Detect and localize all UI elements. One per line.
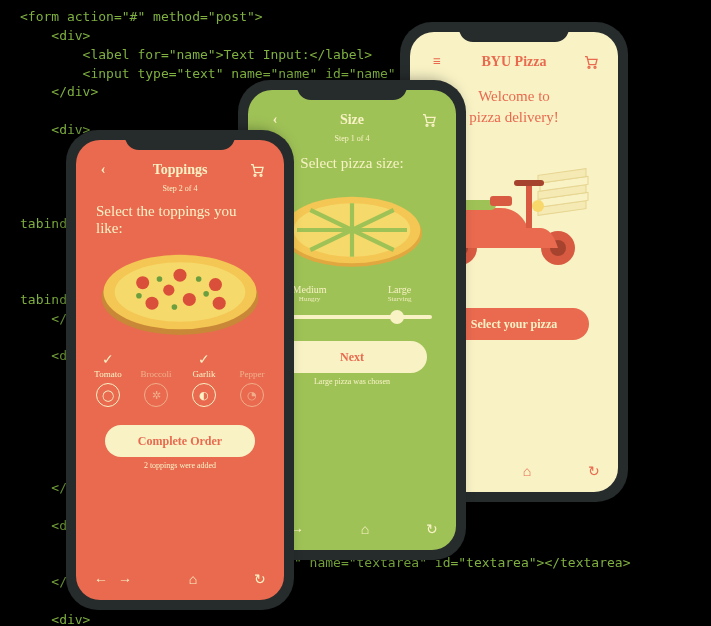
menu-icon[interactable]: ≡ (426, 54, 448, 70)
topping-tomato[interactable]: ✓ Tomato ◯ (84, 351, 132, 411)
size-medium[interactable]: MediumHungry (293, 284, 327, 303)
topping-pepper[interactable]: Pepper ◔ (228, 351, 276, 411)
refresh-icon[interactable]: ↻ (254, 571, 266, 588)
back-chevron-icon[interactable]: ‹ (92, 162, 114, 178)
home-icon[interactable]: ⌂ (189, 572, 197, 588)
phone-notch (297, 80, 407, 100)
svg-point-31 (173, 269, 186, 282)
topping-broccoli[interactable]: Broccoli ✲ (132, 351, 180, 411)
phone-notch (125, 130, 235, 150)
svg-rect-12 (526, 184, 532, 228)
tomato-icon: ◯ (96, 383, 120, 407)
pizza-toppings-illustration (76, 243, 284, 341)
back-icon[interactable]: ← (94, 572, 108, 588)
svg-point-25 (254, 174, 256, 176)
cart-icon[interactable] (246, 162, 268, 178)
phone-toppings: ‹ Toppings Step 2 of 4 Select the toppin… (66, 130, 294, 610)
broccoli-icon: ✲ (144, 383, 168, 407)
refresh-icon[interactable]: ↻ (588, 463, 600, 480)
screen-title: Toppings (153, 162, 208, 178)
check-icon: ✓ (84, 351, 132, 369)
svg-point-38 (196, 276, 202, 282)
svg-point-41 (136, 293, 142, 299)
toppings-list: ✓ Tomato ◯ Broccoli ✲ ✓ Garlik ◐ Pepper … (84, 351, 276, 411)
check-icon: ✓ (180, 351, 228, 369)
toppings-status: 2 toppings were added (76, 461, 284, 470)
svg-rect-13 (514, 180, 544, 186)
cart-icon[interactable] (580, 54, 602, 70)
phone-notch (459, 22, 569, 42)
home-icon[interactable]: ⌂ (523, 464, 531, 480)
svg-point-39 (172, 304, 178, 310)
svg-point-37 (157, 276, 163, 282)
svg-point-33 (145, 297, 158, 310)
check-icon (132, 351, 180, 369)
svg-point-32 (209, 278, 222, 291)
next-button[interactable]: Next (277, 341, 427, 373)
size-large[interactable]: LargeStarving (388, 284, 412, 303)
svg-point-30 (136, 276, 149, 289)
svg-point-0 (588, 66, 590, 68)
svg-point-1 (594, 66, 596, 68)
svg-point-40 (203, 291, 209, 297)
svg-point-16 (426, 124, 428, 126)
topping-garlik[interactable]: ✓ Garlik ◐ (180, 351, 228, 411)
svg-point-36 (163, 285, 174, 296)
refresh-icon[interactable]: ↻ (426, 521, 438, 538)
forward-icon[interactable]: → (118, 572, 132, 588)
screen-title: Size (340, 112, 364, 128)
garlik-icon: ◐ (192, 383, 216, 407)
toppings-heading: Select the toppings you like: (96, 203, 264, 237)
back-chevron-icon[interactable]: ‹ (264, 112, 286, 128)
complete-order-button[interactable]: Complete Order (105, 425, 255, 457)
svg-point-26 (260, 174, 262, 176)
svg-point-34 (183, 293, 196, 306)
slider-knob[interactable] (390, 310, 404, 324)
svg-rect-15 (490, 196, 512, 206)
size-slider[interactable] (272, 315, 432, 319)
svg-point-17 (432, 124, 434, 126)
cart-icon[interactable] (418, 112, 440, 128)
svg-point-35 (213, 297, 226, 310)
svg-point-14 (532, 200, 544, 212)
home-icon[interactable]: ⌂ (361, 522, 369, 538)
pepper-icon: ◔ (240, 383, 264, 407)
check-icon (228, 351, 276, 369)
app-title: BYU Pizza (482, 54, 547, 70)
step-indicator: Step 2 of 4 (76, 184, 284, 193)
